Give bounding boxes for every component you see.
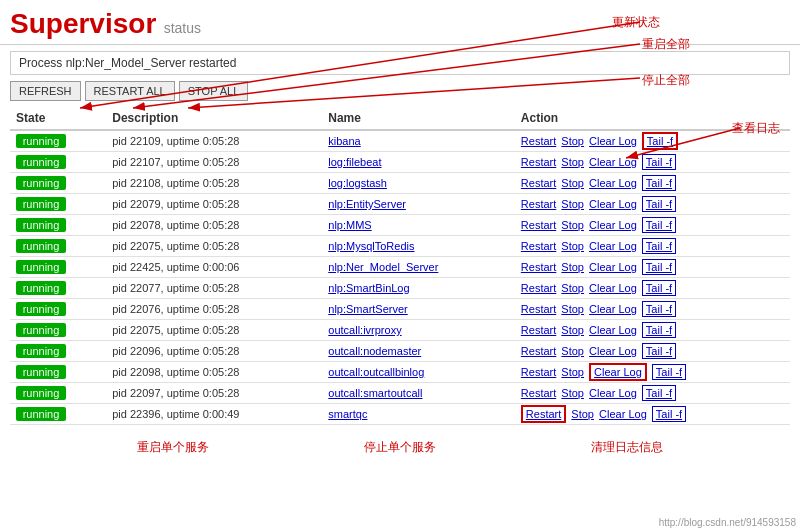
restart-link[interactable]: Restart — [521, 219, 556, 231]
process-name-link[interactable]: outcall:ivrproxy — [328, 324, 401, 336]
process-name-link[interactable]: smartqc — [328, 408, 367, 420]
cell-actions: Restart Stop Clear Log Tail -f — [515, 299, 790, 320]
tail-f-link[interactable]: Tail -f — [642, 238, 676, 254]
restart-link[interactable]: Restart — [521, 324, 556, 336]
cell-name: smartqc — [322, 404, 515, 425]
stop-link[interactable]: Stop — [561, 303, 584, 315]
cell-name: log:logstash — [322, 173, 515, 194]
table-row: runningpid 22075, uptime 0:05:28outcall:… — [10, 320, 790, 341]
process-name-link[interactable]: nlp:MMS — [328, 219, 371, 231]
button-row: REFRESH RESTART ALL STOP ALL — [10, 81, 790, 101]
tail-f-link[interactable]: Tail -f — [642, 196, 676, 212]
process-name-link[interactable]: outcall:nodemaster — [328, 345, 421, 357]
restart-link[interactable]: Restart — [521, 303, 556, 315]
stop-link[interactable]: Stop — [561, 135, 584, 147]
state-badge: running — [16, 344, 66, 358]
restart-link[interactable]: Restart — [521, 345, 556, 357]
stop-link[interactable]: Stop — [561, 219, 584, 231]
watermark: http://blog.csdn.net/914593158 — [659, 517, 796, 528]
clear-log-link[interactable]: Clear Log — [589, 240, 637, 252]
process-name-link[interactable]: log:filebeat — [328, 156, 381, 168]
tail-f-link[interactable]: Tail -f — [642, 154, 676, 170]
stop-link[interactable]: Stop — [561, 387, 584, 399]
tail-f-link[interactable]: Tail -f — [642, 343, 676, 359]
cell-description: pid 22396, uptime 0:00:49 — [106, 404, 322, 425]
tail-f-link[interactable]: Tail -f — [642, 259, 676, 275]
process-name-link[interactable]: nlp:Ner_Model_Server — [328, 261, 438, 273]
cell-description: pid 22078, uptime 0:05:28 — [106, 215, 322, 236]
cell-actions: Restart Stop Clear Log Tail -f — [515, 278, 790, 299]
stop-link[interactable]: Stop — [561, 177, 584, 189]
process-name-link[interactable]: nlp:EntityServer — [328, 198, 406, 210]
tail-f-link[interactable]: Tail -f — [652, 406, 686, 422]
state-badge: running — [16, 323, 66, 337]
restart-link[interactable]: Restart — [521, 405, 566, 423]
clear-log-link[interactable]: Clear Log — [589, 387, 637, 399]
stop-link[interactable]: Stop — [571, 408, 594, 420]
restart-link[interactable]: Restart — [521, 366, 556, 378]
process-name-link[interactable]: nlp:SmartBinLog — [328, 282, 409, 294]
ann-restart-single: 重启单个服务 — [137, 439, 209, 456]
clear-log-link[interactable]: Clear Log — [589, 303, 637, 315]
clear-log-link[interactable]: Clear Log — [589, 156, 637, 168]
cell-state: running — [10, 278, 106, 299]
cell-name: nlp:MMS — [322, 215, 515, 236]
tail-f-link[interactable]: Tail -f — [642, 132, 678, 150]
clear-log-link[interactable]: Clear Log — [589, 261, 637, 273]
refresh-button[interactable]: REFRESH — [10, 81, 81, 101]
tail-f-link[interactable]: Tail -f — [652, 364, 686, 380]
clear-log-link[interactable]: Clear Log — [589, 198, 637, 210]
cell-description: pid 22097, uptime 0:05:28 — [106, 383, 322, 404]
tail-f-link[interactable]: Tail -f — [642, 322, 676, 338]
restart-link[interactable]: Restart — [521, 240, 556, 252]
restart-link[interactable]: Restart — [521, 387, 556, 399]
cell-state: running — [10, 404, 106, 425]
clear-log-link[interactable]: Clear Log — [589, 282, 637, 294]
restart-link[interactable]: Restart — [521, 156, 556, 168]
cell-name: kibana — [322, 130, 515, 152]
restart-link[interactable]: Restart — [521, 177, 556, 189]
clear-log-link[interactable]: Clear Log — [589, 219, 637, 231]
restart-link[interactable]: Restart — [521, 282, 556, 294]
stop-link[interactable]: Stop — [561, 261, 584, 273]
stop-link[interactable]: Stop — [561, 198, 584, 210]
clear-log-link[interactable]: Clear Log — [599, 408, 647, 420]
clear-log-link[interactable]: Clear Log — [589, 324, 637, 336]
clear-log-link[interactable]: Clear Log — [589, 363, 647, 381]
cell-actions: Restart Stop Clear Log Tail -f — [515, 194, 790, 215]
restart-link[interactable]: Restart — [521, 198, 556, 210]
tail-f-link[interactable]: Tail -f — [642, 280, 676, 296]
state-badge: running — [16, 218, 66, 232]
stop-link[interactable]: Stop — [561, 324, 584, 336]
col-action: Action — [515, 107, 790, 130]
cell-state: running — [10, 173, 106, 194]
state-badge: running — [16, 407, 66, 421]
process-name-link[interactable]: outcall:outcallbinlog — [328, 366, 424, 378]
stop-link[interactable]: Stop — [561, 282, 584, 294]
process-name-link[interactable]: nlp:SmartServer — [328, 303, 407, 315]
tail-f-link[interactable]: Tail -f — [642, 175, 676, 191]
stop-link[interactable]: Stop — [561, 345, 584, 357]
stop-all-button[interactable]: STOP ALL — [179, 81, 249, 101]
app-title: Supervisor — [10, 8, 156, 39]
tail-f-link[interactable]: Tail -f — [642, 301, 676, 317]
ann-clear-log: 清理日志信息 — [591, 439, 663, 456]
clear-log-link[interactable]: Clear Log — [589, 135, 637, 147]
stop-link[interactable]: Stop — [561, 366, 584, 378]
stop-link[interactable]: Stop — [561, 240, 584, 252]
process-name-link[interactable]: nlp:MysqlToRedis — [328, 240, 414, 252]
clear-log-link[interactable]: Clear Log — [589, 345, 637, 357]
process-name-link[interactable]: kibana — [328, 135, 360, 147]
table-row: runningpid 22108, uptime 0:05:28log:logs… — [10, 173, 790, 194]
process-name-link[interactable]: log:logstash — [328, 177, 387, 189]
col-state: State — [10, 107, 106, 130]
tail-f-link[interactable]: Tail -f — [642, 217, 676, 233]
clear-log-link[interactable]: Clear Log — [589, 177, 637, 189]
restart-all-button[interactable]: RESTART ALL — [85, 81, 175, 101]
stop-link[interactable]: Stop — [561, 156, 584, 168]
cell-name: nlp:Ner_Model_Server — [322, 257, 515, 278]
restart-link[interactable]: Restart — [521, 135, 556, 147]
tail-f-link[interactable]: Tail -f — [642, 385, 676, 401]
restart-link[interactable]: Restart — [521, 261, 556, 273]
process-name-link[interactable]: outcall:smartoutcall — [328, 387, 422, 399]
